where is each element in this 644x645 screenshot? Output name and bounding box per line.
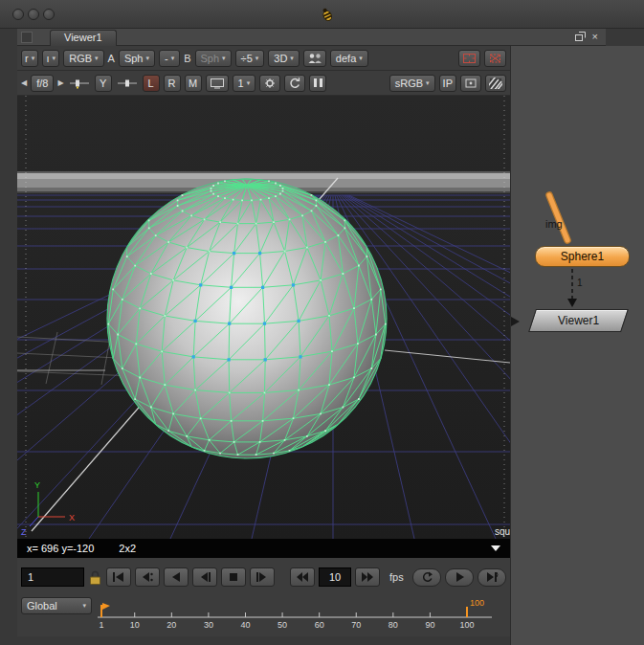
viewport-3d[interactable]: Y X Z squ: [17, 96, 510, 539]
roi-button[interactable]: [484, 50, 506, 67]
format-gate-icon: [462, 53, 477, 64]
close-pane-icon[interactable]: ×: [592, 31, 598, 42]
b-buffer-label: B: [184, 53, 190, 64]
pause-icon: [314, 78, 322, 87]
viewport-overlay-text: squ: [495, 526, 510, 537]
right-view-label: R: [168, 78, 176, 89]
play-forward-button[interactable]: [445, 568, 474, 587]
monitor-select-dropdown[interactable]: 1 ▾: [233, 75, 256, 92]
loop-mode-button[interactable]: [412, 568, 441, 587]
pixel-coordinates: x= 696 y=-120: [27, 543, 94, 554]
fps-label: fps: [389, 571, 404, 583]
window-button-maximize[interactable]: [43, 9, 55, 20]
viewer-pane: r ▾ ı ▾ RGB ▾ A Sph ▾ - ▾ B Sph ▾ ÷5 ▾ 3…: [17, 46, 510, 636]
gain-slider[interactable]: [68, 78, 91, 89]
pane-tab-strip: Viewer1 ×: [17, 29, 606, 46]
a-buffer-label: A: [108, 53, 115, 64]
goto-start-icon: [112, 571, 125, 583]
axis-y-label: Y: [34, 480, 40, 490]
right-view-button[interactable]: R: [164, 75, 181, 92]
wipe-pattern-button[interactable]: [485, 75, 506, 92]
ruler-tick-label: 50: [278, 620, 287, 630]
timeline-ruler[interactable]: 1102030405060708090100100: [98, 597, 492, 630]
roi-icon: [488, 53, 502, 64]
node-graph-pane[interactable]: img Sphere1 1 Viewer1: [510, 46, 644, 645]
sample-size: 2x2: [119, 543, 136, 554]
gate-display-button[interactable]: [458, 50, 480, 67]
mono-view-button[interactable]: M: [185, 75, 202, 92]
frame-increment-input[interactable]: 10: [319, 567, 351, 587]
goto-start-button[interactable]: [106, 567, 131, 587]
fstop-button[interactable]: f/8: [31, 75, 54, 92]
gamma-slider[interactable]: [116, 78, 139, 89]
viewport-canvas[interactable]: Y X Z squ: [17, 96, 510, 539]
step-forward-button[interactable]: [250, 567, 275, 587]
app-icon: [320, 7, 335, 22]
play-once-button[interactable]: [477, 568, 506, 587]
a-input-dropdown[interactable]: Sph ▾: [119, 50, 155, 67]
node-sphere1[interactable]: Sphere1: [535, 246, 630, 267]
ruler-tick-label: 60: [315, 620, 324, 630]
left-view-label: L: [147, 78, 153, 89]
window-titlebar: [0, 0, 644, 29]
view-select-dropdown[interactable]: 3D ▾: [268, 50, 300, 67]
frame-icon: [464, 78, 477, 89]
window-button-close[interactable]: [12, 9, 24, 20]
current-frame-value: 1: [28, 571, 33, 583]
pause-button[interactable]: [309, 75, 326, 92]
lock-range-icon[interactable]: [88, 569, 102, 586]
jump-forward-button[interactable]: [355, 567, 380, 587]
frame-range-label: Global: [27, 600, 57, 612]
settings-button[interactable]: [259, 75, 280, 92]
chevron-down-icon: ▾: [82, 602, 86, 610]
play-backward-icon: [169, 571, 183, 583]
ruler-tick-label: 70: [351, 620, 361, 630]
step-back-button[interactable]: [192, 567, 217, 587]
mini-toggle-button-2[interactable]: ı ▾: [42, 50, 59, 67]
colorspace-dropdown[interactable]: sRGB ▾: [389, 75, 435, 92]
left-view-button[interactable]: L: [143, 75, 160, 92]
play-to-end-icon: [485, 571, 499, 583]
range-start-marker[interactable]: [102, 603, 110, 610]
tab-viewer1[interactable]: Viewer1: [50, 30, 117, 46]
viewer-layout-dropdown[interactable]: defa ▾: [330, 50, 368, 67]
refresh-button[interactable]: [284, 75, 305, 92]
float-pane-icon[interactable]: [574, 31, 587, 42]
stop-button[interactable]: [221, 567, 246, 587]
chevron-down-icon: ▾: [247, 79, 251, 87]
fast-forward-icon: [361, 571, 374, 583]
node-viewer1[interactable]: Viewer1: [528, 309, 629, 332]
frame-increment-value: 10: [329, 571, 341, 583]
status-dropdown-icon[interactable]: [491, 545, 500, 551]
application-window: { "pane": { "tab_label": "Viewer1" }, "t…: [0, 0, 644, 645]
jump-back-button[interactable]: [290, 567, 315, 587]
input-process-label: IP: [443, 78, 453, 89]
current-frame-input[interactable]: 1: [21, 567, 84, 587]
connection-input-number: 1: [577, 278, 583, 288]
window-button-minimize[interactable]: [28, 9, 39, 20]
fstop-decrease-icon[interactable]: ◀: [21, 78, 27, 87]
node-sphere1-label: Sphere1: [561, 250, 604, 263]
wipe-mode-dropdown[interactable]: - ▾: [159, 50, 180, 67]
stereo-views-button[interactable]: [303, 50, 326, 67]
mini-toggle-button-1[interactable]: r ▾: [21, 50, 38, 67]
prev-keyframe-button[interactable]: [135, 567, 160, 587]
viewer-status-bar: x= 696 y=-120 2x2: [17, 539, 510, 558]
timeline-row: Global ▾ 1102030405060708090100100: [17, 591, 510, 628]
transport-controls: 1: [17, 563, 510, 591]
downrez-dropdown[interactable]: ÷5 ▾: [235, 50, 265, 67]
input-process-button[interactable]: IP: [439, 75, 456, 92]
b-input-dropdown[interactable]: Sph ▾: [195, 50, 232, 67]
b-input-label: Sph: [201, 53, 220, 64]
play-backward-button[interactable]: [164, 567, 189, 587]
pane-menu-icon[interactable]: [21, 32, 33, 43]
frame-range-dropdown[interactable]: Global ▾: [21, 597, 92, 614]
ruler-tick-label: 100: [459, 620, 474, 630]
gamma-toggle-button[interactable]: Y: [95, 75, 112, 92]
cliptest-button[interactable]: [460, 75, 481, 92]
viewer-toolbar-top: r ▾ ı ▾ RGB ▾ A Sph ▾ - ▾ B Sph ▾ ÷5 ▾ 3…: [17, 46, 510, 71]
monitor-out-button[interactable]: [206, 75, 229, 92]
channels-dropdown[interactable]: RGB ▾: [63, 50, 103, 67]
fstop-label: f/8: [36, 78, 48, 89]
fstop-increase-icon[interactable]: ▶: [57, 78, 63, 87]
